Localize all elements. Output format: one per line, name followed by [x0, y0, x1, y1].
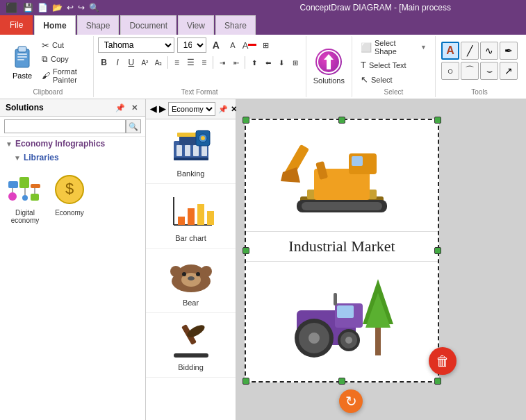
solutions-libraries[interactable]: ▼ Libraries	[0, 151, 145, 165]
handle-tc[interactable]	[338, 117, 345, 124]
qa-save[interactable]: 💾	[23, 3, 33, 12]
select-shape-button[interactable]: ⬜ Select Shape ▼	[358, 37, 429, 57]
paste-button[interactable]: Paste	[7, 41, 38, 83]
shape-bottom-image	[246, 262, 438, 373]
paste-label: Paste	[13, 72, 32, 80]
clipboard-group: Paste ✂ Cut ⧉ Copy 🖌 Format Painter Clip…	[3, 36, 94, 97]
font-size-decrease[interactable]: A	[226, 38, 240, 52]
more-font-options[interactable]: ⊞	[259, 38, 273, 52]
library-dropdown[interactable]: Economy	[168, 102, 215, 116]
align-bottom-button[interactable]: ⬇	[276, 55, 288, 70]
superscript-button[interactable]: A²	[139, 55, 151, 70]
solutions-search-button[interactable]: 🔍	[126, 119, 141, 133]
solutions-button[interactable]: Solutions	[306, 36, 352, 97]
font-size-increase[interactable]: A	[209, 38, 223, 52]
library-entry-banking[interactable]: Banking	[146, 119, 236, 184]
line-tool-button[interactable]: ╱	[461, 42, 479, 60]
handle-br[interactable]	[434, 378, 441, 385]
rotate-button[interactable]: ↻	[339, 389, 363, 413]
indent-right-button[interactable]: ⇤	[230, 55, 243, 70]
select-label: Select	[371, 76, 393, 84]
font-select[interactable]: Tahoma	[98, 37, 174, 53]
align-center-button[interactable]: ☰	[184, 55, 197, 70]
bold-button[interactable]: B	[98, 55, 110, 70]
italic-button[interactable]: I	[111, 55, 124, 70]
handle-bc[interactable]	[338, 378, 345, 385]
canvas-area[interactable]: Industrial Market	[236, 99, 526, 420]
library-entry-bear[interactable]: Bear	[146, 249, 236, 313]
qa-undo[interactable]: ↩	[67, 3, 74, 12]
subscript-button[interactable]: A₂	[152, 55, 165, 70]
barchart-image	[163, 190, 219, 231]
bidding-label: Bidding	[178, 363, 204, 371]
bidding-image	[163, 319, 219, 360]
arc-tool-button[interactable]: ⌣	[480, 62, 498, 80]
nav-prev[interactable]: ◀	[150, 104, 156, 114]
qa-new[interactable]: 📄	[38, 3, 48, 12]
tab-document[interactable]: Document	[120, 15, 176, 35]
svg-rect-3	[17, 56, 27, 58]
select-group-label: Select	[352, 88, 435, 96]
align-right-button[interactable]: ≡	[198, 55, 211, 70]
tab-home[interactable]: Home	[34, 15, 75, 35]
nav-next[interactable]: ▶	[159, 104, 165, 114]
solutions-search-input[interactable]	[4, 119, 126, 133]
format-painter-icon: 🖌	[42, 71, 50, 81]
align-top-button[interactable]: ⬆	[248, 55, 261, 70]
tab-shape[interactable]: Shape	[77, 15, 120, 35]
handle-tl[interactable]	[243, 117, 249, 124]
tab-share[interactable]: Share	[215, 15, 256, 35]
svg-rect-4	[17, 59, 24, 60]
handle-tr[interactable]	[434, 117, 441, 124]
qa-redo[interactable]: ↪	[78, 3, 85, 12]
library-pin[interactable]: 📌	[218, 105, 228, 114]
library-panel: ◀ ▶ Economy 📌 ✕	[146, 99, 236, 420]
library-entry-bidding[interactable]: Bidding	[146, 313, 236, 378]
tools-group: A ╱ ∿ ✒ ○ ⌒ ⌣ ↗ Tools	[436, 36, 523, 97]
qa-open[interactable]: 📂	[52, 3, 63, 12]
solutions-item-economy[interactable]: $ Economy	[49, 169, 90, 420]
handle-bl[interactable]	[243, 378, 249, 385]
cut-button[interactable]: ✂ Cut	[39, 39, 89, 52]
pen-tool-button[interactable]: ✒	[500, 42, 518, 60]
library-entry-barchart[interactable]: Bar chart	[146, 184, 236, 249]
select-text-icon: T	[361, 60, 366, 70]
svg-point-42	[188, 276, 195, 280]
select-shape-label: Select Shape	[375, 39, 416, 56]
title-bar: ⬛ 💾 📄 📂 ↩ ↪ 🔍 ConceptDraw DIAGRAM - [Mai…	[0, 0, 526, 15]
tools-group-label: Tools	[436, 88, 523, 96]
tab-file[interactable]: File	[0, 15, 33, 35]
qa-search[interactable]: 🔍	[89, 3, 99, 12]
connector-tool-button[interactable]: ⌒	[461, 62, 479, 80]
more-align[interactable]: ⊞	[289, 55, 302, 70]
solutions-panel-pin[interactable]: 📌	[115, 102, 126, 113]
handle-mr[interactable]	[434, 247, 441, 254]
selected-shape[interactable]: Industrial Market	[245, 119, 439, 383]
select-button[interactable]: ↖ Select	[358, 73, 429, 86]
copy-button[interactable]: ⧉ Copy	[39, 53, 89, 65]
font-row: Tahoma 16 A A A ⊞	[98, 37, 302, 53]
curve-tool-button[interactable]: ∿	[480, 42, 498, 60]
digital-economy-label: Digital economy	[6, 209, 44, 224]
align-left-button[interactable]: ≡	[171, 55, 183, 70]
arrow-tool-button[interactable]: ↗	[500, 62, 518, 80]
underline-button[interactable]: U	[125, 55, 138, 70]
delete-button[interactable]: 🗑	[429, 347, 457, 375]
cut-icon: ✂	[42, 40, 49, 51]
handle-ml[interactable]	[243, 247, 249, 254]
solutions-panel-close[interactable]: ✕	[129, 102, 140, 113]
font-color[interactable]: A	[243, 38, 256, 52]
align-middle-button[interactable]: ⬅	[262, 55, 274, 70]
solutions-category-economy[interactable]: ▼ Economy Infographics	[0, 137, 145, 151]
font-size-select[interactable]: 16	[177, 37, 206, 53]
select-text-button[interactable]: T Select Text	[358, 58, 429, 72]
solutions-item-digital-economy[interactable]: Digital economy	[4, 169, 46, 420]
shape-tool-button[interactable]: ○	[441, 62, 459, 80]
format-painter-button[interactable]: 🖌 Format Painter	[39, 66, 89, 85]
text-tool-button[interactable]: A	[441, 42, 459, 60]
tab-view[interactable]: View	[178, 15, 214, 35]
indent-left-button[interactable]: ⇥	[216, 55, 229, 70]
select-shape-dropdown[interactable]: ▼	[420, 44, 427, 51]
bear-label: Bear	[183, 299, 199, 307]
svg-rect-49	[302, 202, 382, 210]
